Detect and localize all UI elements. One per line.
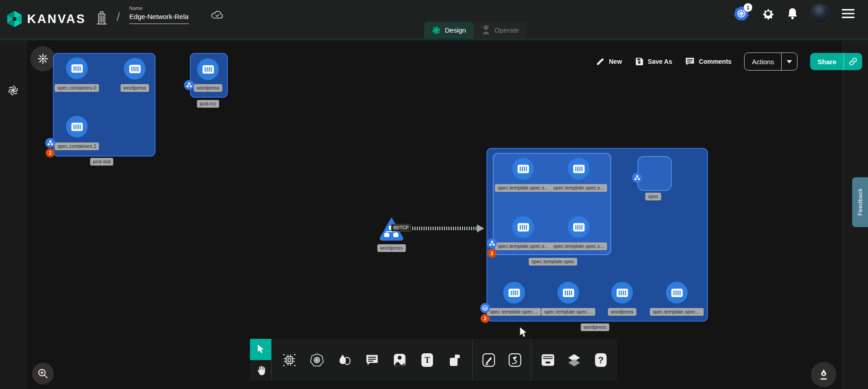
actions-button[interactable]: Actions bbox=[745, 58, 781, 66]
select-tool-button[interactable] bbox=[250, 339, 271, 360]
feedback-tab[interactable]: Feedback bbox=[852, 177, 868, 227]
hamburger-menu-icon[interactable] bbox=[842, 9, 854, 19]
organization-icon[interactable] bbox=[96, 11, 108, 25]
zoom-button[interactable] bbox=[32, 363, 54, 384]
operator-icon bbox=[481, 25, 491, 35]
edge-arrowhead bbox=[477, 224, 484, 232]
node-label: spec.template.spec.s... bbox=[551, 242, 607, 250]
tab-design-label: Design bbox=[445, 26, 466, 34]
breadcrumb-separator: / bbox=[117, 10, 120, 24]
cloud-sync-icon bbox=[211, 10, 224, 20]
notifications-bell-icon[interactable] bbox=[787, 7, 798, 20]
components-chip-tool[interactable] bbox=[279, 346, 299, 374]
node-label: wordpress bbox=[194, 84, 222, 92]
brand: KANVAS bbox=[6, 10, 86, 28]
design-name-field[interactable]: Name Edge-Network-Relatio bbox=[129, 5, 189, 24]
container-node[interactable] bbox=[503, 282, 525, 304]
actions-split-button: Actions bbox=[744, 52, 797, 71]
kubernetes-tool[interactable] bbox=[307, 346, 327, 374]
node-label: wordpress bbox=[608, 308, 637, 316]
group-spec-template-spec[interactable] bbox=[493, 153, 611, 255]
tab-strip-divider bbox=[0, 38, 868, 40]
relationship-badge-icon[interactable] bbox=[45, 138, 55, 148]
svg-text:?: ? bbox=[598, 355, 603, 365]
user-avatar[interactable] bbox=[810, 4, 830, 24]
error-count-badge[interactable]: 3 bbox=[481, 314, 490, 323]
drawer-tool[interactable] bbox=[538, 346, 558, 374]
group-label: spec.template.spec bbox=[529, 258, 577, 266]
design-action-bar: New Save As Comments Actions Share bbox=[596, 53, 862, 70]
text-tool[interactable]: T bbox=[417, 346, 437, 374]
new-button[interactable]: New bbox=[596, 57, 622, 66]
brand-name: KANVAS bbox=[27, 12, 86, 26]
actions-dropdown-toggle[interactable] bbox=[782, 60, 797, 63]
chevron-down-icon bbox=[787, 60, 792, 63]
help-tool[interactable]: ? bbox=[591, 346, 611, 374]
dock-spiral-icon[interactable] bbox=[7, 85, 19, 96]
relationship-badge-icon[interactable] bbox=[487, 238, 497, 248]
edge-service-to-deployment[interactable] bbox=[406, 227, 477, 230]
edge-label: 80/TCP bbox=[391, 224, 411, 232]
comment-tool[interactable] bbox=[362, 346, 382, 374]
freehand-draw-tool[interactable] bbox=[505, 346, 525, 374]
design-spiral-icon bbox=[432, 26, 441, 35]
container-node[interactable] bbox=[124, 58, 146, 80]
node-label: spec.template.spec.s... bbox=[551, 184, 607, 192]
settings-gear-icon[interactable] bbox=[761, 7, 775, 20]
container-node[interactable] bbox=[568, 158, 590, 180]
tab-operate-label: Operate bbox=[495, 26, 519, 34]
pan-tool-button[interactable] bbox=[250, 360, 271, 381]
node-label: spec.template.spec.s... bbox=[495, 184, 552, 192]
mouse-cursor bbox=[519, 327, 529, 338]
node-label: spec.template.spec.s... bbox=[495, 242, 552, 250]
node-label: spec.template.spec.... bbox=[650, 308, 704, 316]
name-label: Name bbox=[129, 5, 189, 11]
comments-button[interactable]: Comments bbox=[685, 57, 731, 66]
left-rail bbox=[0, 40, 26, 389]
media-tool[interactable] bbox=[390, 346, 410, 374]
group-label: pod-rcc bbox=[197, 100, 219, 108]
node-label: spec.template.spec.... bbox=[487, 308, 541, 316]
pen-tool-button[interactable] bbox=[811, 362, 836, 387]
shapes-tool[interactable] bbox=[335, 346, 354, 374]
container-node[interactable] bbox=[197, 58, 219, 80]
layers-tool[interactable] bbox=[564, 346, 584, 374]
mode-tabs: Design Operate bbox=[424, 22, 527, 38]
container-node[interactable] bbox=[666, 282, 688, 304]
design-name-input[interactable]: Edge-Network-Relatio bbox=[129, 13, 189, 24]
k8s-context-count-badge: 1 bbox=[744, 3, 752, 12]
comments-button-label: Comments bbox=[699, 58, 731, 65]
save-icon bbox=[635, 57, 644, 66]
container-node[interactable] bbox=[611, 282, 633, 304]
copy-link-button[interactable] bbox=[844, 57, 862, 66]
pointer-tool-column bbox=[250, 339, 271, 381]
spec-node[interactable] bbox=[637, 156, 672, 191]
tab-operate[interactable]: Operate bbox=[474, 22, 527, 38]
canvas-settings-button[interactable] bbox=[30, 46, 56, 71]
container-node[interactable] bbox=[512, 158, 534, 180]
container-node[interactable] bbox=[557, 282, 579, 304]
kubernetes-context-button[interactable]: 1 bbox=[733, 6, 750, 21]
wordpress-badge-icon[interactable] bbox=[480, 303, 490, 313]
tab-design[interactable]: Design bbox=[424, 22, 474, 38]
edge-draw-tool[interactable] bbox=[479, 346, 499, 374]
error-count-badge[interactable]: 3 bbox=[487, 249, 496, 258]
container-node[interactable] bbox=[512, 216, 534, 238]
container-node[interactable] bbox=[66, 116, 88, 138]
share-button[interactable]: Share bbox=[810, 58, 844, 66]
new-button-label: New bbox=[609, 58, 622, 65]
group-label: wordpress bbox=[581, 323, 609, 331]
node-label: spec bbox=[645, 193, 661, 200]
container-node[interactable] bbox=[66, 57, 88, 79]
node-label: spec.template.spec.... bbox=[542, 308, 595, 316]
svg-text:T: T bbox=[425, 356, 430, 365]
container-node[interactable] bbox=[568, 216, 590, 238]
feedback-label: Feedback bbox=[857, 188, 863, 216]
note-tool[interactable] bbox=[445, 346, 465, 374]
node-label: spec.containers.1 bbox=[55, 142, 99, 150]
save-as-button[interactable]: Save As bbox=[635, 57, 672, 66]
relationship-badge-icon[interactable] bbox=[184, 80, 194, 90]
relationship-badge-icon[interactable] bbox=[632, 173, 642, 183]
kanvas-logo-icon[interactable] bbox=[6, 10, 23, 28]
error-count-badge[interactable]: 2 bbox=[46, 148, 55, 157]
